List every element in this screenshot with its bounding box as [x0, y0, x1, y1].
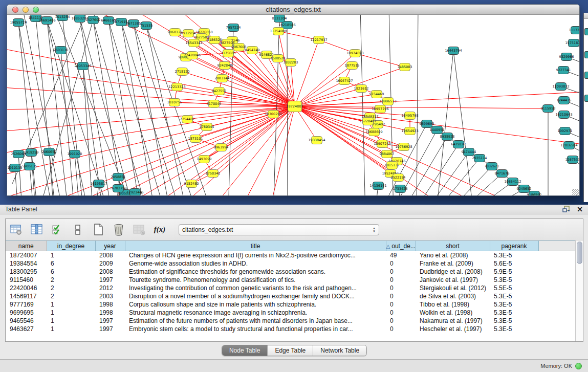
cell-year[interactable]: 2003	[95, 292, 125, 300]
table-vertical-scrollbar[interactable]	[575, 240, 583, 341]
graph-node-9963994[interactable]: 9963994	[214, 144, 229, 151]
graph-node-7254402[interactable]: 7254402	[180, 116, 195, 123]
cell-name[interactable]: 9777169	[6, 300, 47, 309]
graph-node-2058851[interactable]: 2058851	[111, 173, 126, 181]
graph-node-10688609[interactable]: 10688609	[365, 128, 382, 136]
graph-node-9186592[interactable]: 9186592	[527, 191, 542, 196]
cell-year[interactable]: 2008	[95, 251, 125, 259]
graph-node-6479197[interactable]: 6479197	[451, 141, 466, 148]
cell-title[interactable]: Tourette syndrome. Phenomenology and cla…	[125, 276, 386, 284]
cell-name[interactable]: 18300295	[6, 268, 47, 276]
cell-pagerank[interactable]: 5.6E-5	[490, 259, 538, 268]
graph-node-1910135[interactable]: 1910135	[8, 164, 23, 172]
graph-node-9884067[interactable]: 9884067	[380, 150, 395, 158]
cell-name[interactable]: 9699695	[6, 309, 47, 317]
cell-name[interactable]: 22420046	[6, 284, 47, 292]
graph-node-9227341[interactable]: 9227341	[556, 67, 571, 74]
cell-out-degree[interactable]: 0	[386, 292, 416, 300]
cell-pagerank[interactable]: 5.3E-5	[490, 317, 538, 325]
graph-node-9154469[interactable]: 9154469	[369, 91, 384, 98]
tab-edge-table[interactable]: Edge Table	[268, 345, 313, 356]
cell-short[interactable]: Nakamura et al. (1997)	[416, 317, 490, 325]
graph-node-2967608[interactable]: 2967608	[232, 43, 247, 51]
cell-in-degree[interactable]: 6	[47, 268, 95, 276]
cell-in-degree[interactable]: 6	[47, 259, 95, 268]
graph-node-1991920[interactable]: 1991920	[68, 150, 82, 158]
scrollbar-thumb[interactable]	[577, 242, 582, 264]
graph-node-2522154[interactable]: 2522154	[391, 174, 406, 182]
graph-node-2060650[interactable]: 2060650	[42, 148, 57, 156]
network-view-canvas[interactable]: 1905572418411352069140610132541085328715…	[7, 15, 579, 196]
column-header-in-degree[interactable]: in_degree	[47, 241, 95, 251]
cell-short[interactable]: de Silva et al. (2003)	[416, 292, 490, 300]
cell-in-degree[interactable]: 1	[47, 300, 95, 309]
close-traffic-light-icon[interactable]	[12, 7, 18, 13]
minimize-traffic-light-icon[interactable]	[23, 7, 29, 13]
column-header-out-degree[interactable]: △out_de...	[386, 241, 416, 251]
cell-year[interactable]: 1998	[95, 309, 125, 317]
graph-node-9245652[interactable]: 9245652	[517, 185, 532, 193]
cell-in-degree[interactable]: 2	[47, 276, 95, 284]
column-header-name[interactable]: name	[6, 241, 47, 251]
cell-title[interactable]: Genome-wide association studies in ADHD.	[125, 259, 386, 268]
column-header-short[interactable]: short	[416, 241, 490, 251]
table-row[interactable]: 977716911998Corpus callosum shape and si…	[6, 300, 575, 309]
cell-pagerank[interactable]: 5.3E-5	[490, 276, 538, 284]
cell-name[interactable]: 18724007	[6, 251, 47, 259]
graph-node-9329966[interactable]: 9329966	[559, 53, 574, 61]
cell-pagerank[interactable]: 5.3E-5	[490, 292, 538, 300]
float-panel-icon[interactable]	[562, 206, 571, 213]
graph-node-16443794[interactable]: 16443794	[445, 47, 462, 55]
column-header-pagerank[interactable]: pagerank	[490, 241, 538, 251]
graph-node-1992971[interactable]: 1992971	[558, 127, 573, 135]
graph-node-751535[interactable]: 751535	[140, 22, 153, 30]
graph-node-9427552[interactable]: 9427552	[212, 87, 227, 95]
tab-network-table[interactable]: Network Table	[313, 345, 366, 356]
graph-node-1244415[interactable]: 1244415	[557, 97, 572, 104]
cell-in-degree[interactable]: 1	[47, 317, 95, 325]
graph-node-9474444[interactable]: 9474444	[462, 148, 476, 156]
network-window[interactable]: citations_edges.txt 19055724184113520691…	[7, 4, 580, 196]
graph-node-1832203[interactable]: 1832203	[284, 59, 298, 67]
delete-table-icon[interactable]	[112, 223, 125, 236]
graph-node-1810755[interactable]: 1810755	[167, 99, 182, 106]
graph-node-16210643[interactable]: 16210643	[555, 111, 572, 119]
cell-short[interactable]: Jankovic et al. (1997)	[416, 276, 490, 284]
cell-title[interactable]: Estimation of significance thresholds fo…	[125, 268, 386, 276]
cell-in-degree[interactable]: 1	[47, 325, 95, 333]
graph-node-18724007[interactable]: 18724007	[286, 101, 303, 112]
cell-title[interactable]: Investigating the contribution of common…	[125, 284, 386, 292]
cell-in-degree[interactable]: 2	[47, 292, 95, 300]
graph-node-19055724[interactable]: 19055724	[10, 19, 27, 27]
graph-node-7485083[interactable]: 7485083	[398, 63, 412, 71]
cell-year[interactable]: 2009	[95, 259, 125, 268]
cell-year[interactable]: 2008	[95, 268, 125, 276]
graph-node-9699695[interactable]: 9699695	[420, 120, 434, 128]
graph-node-1733426[interactable]: 1733426	[393, 185, 408, 193]
table-settings-icon[interactable]	[10, 223, 23, 236]
graph-node-7832621[interactable]: 7832621	[485, 163, 499, 170]
graph-node-10654112[interactable]: 10654112	[504, 178, 521, 186]
cell-pagerank[interactable]: 5.3E-5	[490, 251, 538, 259]
graph-node-8912954[interactable]: 8912954	[181, 30, 196, 37]
cell-out-degree[interactable]: 0	[386, 325, 416, 333]
cell-in-degree[interactable]: 1	[47, 251, 95, 259]
cell-out-degree[interactable]: 0	[386, 276, 416, 284]
graph-node-1013254[interactable]: 1013254	[55, 15, 70, 21]
cell-year[interactable]: 1997	[95, 325, 125, 333]
cell-title[interactable]: Disruption of a novel member of a sodium…	[125, 292, 386, 300]
table-row[interactable]: 1456911722003Disruption of a novel membe…	[6, 292, 575, 300]
graph-node-2935114[interactable]: 2935114	[472, 155, 487, 162]
new-table-icon[interactable]	[92, 223, 105, 236]
graph-node-18495798[interactable]: 18495798	[401, 112, 418, 120]
graph-node-1750341[interactable]: 1750341	[206, 170, 221, 178]
cell-pagerank[interactable]: 5.5E-5	[490, 284, 538, 292]
cell-short[interactable]: Stergiakouli et al. (2012)	[416, 284, 490, 292]
graph-node-2603130[interactable]: 2603130	[54, 47, 69, 54]
cell-in-degree[interactable]: 2	[47, 284, 95, 292]
graph-node-1873101[interactable]: 1873101	[188, 135, 203, 143]
column-header-title[interactable]: title	[125, 241, 386, 251]
network-window-titlebar[interactable]: citations_edges.txt	[7, 5, 579, 15]
tab-node-table[interactable]: Node Table	[222, 345, 268, 356]
graph-node-8938928[interactable]: 8938928	[440, 133, 455, 141]
